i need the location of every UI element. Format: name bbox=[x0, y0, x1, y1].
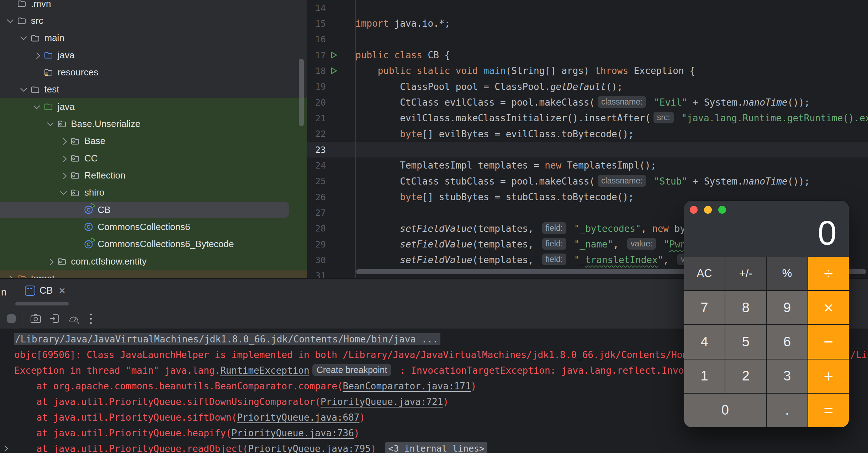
attach-icon[interactable] bbox=[49, 313, 60, 324]
chevron-right-icon[interactable] bbox=[57, 139, 70, 143]
calc-key-2[interactable]: 2 bbox=[725, 359, 766, 393]
calc-key-symbol[interactable]: − bbox=[808, 325, 849, 358]
tree-item--mvn[interactable]: .mvn bbox=[0, 0, 307, 12]
tree-item-commonscollections6-bytecode[interactable]: CCommonsCollections6_Bytecode bbox=[0, 236, 307, 253]
run-gutter-icon[interactable] bbox=[326, 66, 351, 75]
calc-key-0[interactable]: 0 bbox=[684, 394, 766, 427]
line-number[interactable]: 27 bbox=[307, 208, 326, 218]
editor-line-16[interactable]: 16 bbox=[307, 32, 868, 47]
line-number[interactable]: 31 bbox=[307, 271, 326, 278]
editor-line-23[interactable]: 23 bbox=[307, 142, 868, 158]
line-number[interactable]: 22 bbox=[307, 129, 326, 139]
calc-key-8[interactable]: 8 bbox=[725, 291, 766, 324]
chevron-right-icon[interactable] bbox=[57, 156, 70, 161]
chevron-down-icon[interactable] bbox=[57, 190, 70, 195]
chevron-down-icon[interactable] bbox=[17, 36, 30, 40]
console-stack-link[interactable]: PriorityQueue.java:721 bbox=[321, 396, 443, 407]
line-number[interactable]: 17 bbox=[307, 50, 326, 60]
create-breakpoint-button[interactable]: Create breakpoint bbox=[312, 364, 392, 376]
tree-item-cb[interactable]: CCB bbox=[0, 201, 307, 218]
line-number[interactable]: 18 bbox=[307, 66, 326, 76]
calculator-titlebar[interactable]: 0 bbox=[684, 201, 849, 257]
chevron-right-icon[interactable] bbox=[57, 173, 70, 178]
chevron-down-icon[interactable] bbox=[44, 122, 57, 126]
chevron-down-icon[interactable] bbox=[30, 105, 43, 109]
line-number[interactable]: 16 bbox=[307, 34, 326, 44]
tab-strip-scrollbar[interactable] bbox=[15, 302, 69, 305]
editor-line-25[interactable]: 25 CtClass stubClass = pool.makeClass(cl… bbox=[307, 174, 868, 189]
tree-item-src[interactable]: src bbox=[0, 12, 307, 29]
calc-key-4[interactable]: 4 bbox=[684, 325, 725, 358]
tree-item-base-unserialize[interactable]: Base.Unserialize bbox=[0, 115, 307, 132]
line-number[interactable]: 25 bbox=[307, 176, 326, 186]
line-number[interactable]: 28 bbox=[307, 223, 326, 234]
calc-key-symbol[interactable]: . bbox=[767, 394, 808, 427]
line-number[interactable]: 19 bbox=[307, 81, 326, 92]
chevron-right-icon[interactable] bbox=[30, 53, 43, 58]
editor-line-15[interactable]: 15import java.io.*; bbox=[307, 16, 868, 31]
line-number[interactable]: 24 bbox=[307, 160, 326, 171]
editor-line-19[interactable]: 19 ClassPool pool = ClassPool.getDefault… bbox=[307, 79, 868, 95]
project-tree-scrollbar[interactable] bbox=[299, 59, 304, 126]
editor-line-17[interactable]: 17public class CB { bbox=[307, 47, 868, 63]
console-stack-link[interactable]: RuntimeException bbox=[220, 365, 309, 376]
tree-item-commonscollections6[interactable]: CCommonsCollections6 bbox=[0, 218, 307, 235]
calc-key-AC[interactable]: AC bbox=[684, 257, 725, 290]
editor-line-22[interactable]: 22 byte[] evilBytes = evilClass.toByteco… bbox=[307, 126, 868, 142]
line-number[interactable]: 15 bbox=[307, 18, 326, 29]
line-number[interactable]: 23 bbox=[307, 145, 326, 155]
editor-line-14[interactable]: 14 bbox=[307, 0, 868, 16]
editor-line-18[interactable]: 18 public static void main(String[] args… bbox=[307, 63, 868, 79]
console-stack-link[interactable]: PriorityQueue.java:736 bbox=[231, 428, 354, 438]
gauge-icon[interactable] bbox=[68, 313, 80, 324]
calc-key-1[interactable]: 1 bbox=[684, 359, 725, 393]
run-gutter-icon[interactable] bbox=[326, 51, 351, 59]
calculator-window[interactable]: 0 AC+/-%÷789×456−123+0.= bbox=[684, 201, 849, 427]
run-tab-cb[interactable]: CB ✕ bbox=[25, 285, 66, 296]
editor-line-20[interactable]: 20 CtClass evilClass = pool.makeClass(cl… bbox=[307, 95, 868, 110]
calc-key-symbol[interactable]: × bbox=[808, 291, 849, 324]
tree-item-test[interactable]: test bbox=[0, 81, 307, 98]
kebab-menu-icon[interactable] bbox=[90, 312, 92, 325]
close-icon[interactable]: ✕ bbox=[59, 287, 66, 295]
window-close-button[interactable] bbox=[690, 206, 698, 214]
tree-item-shiro[interactable]: shiro bbox=[0, 184, 307, 201]
tree-item-java[interactable]: java bbox=[0, 98, 307, 115]
line-number[interactable]: 20 bbox=[307, 97, 326, 108]
console-stack-link[interactable]: PriorityQueue.java:795 bbox=[248, 443, 370, 453]
calc-key-5[interactable]: 5 bbox=[725, 325, 766, 358]
chevron-right-icon[interactable] bbox=[4, 276, 17, 278]
tree-item-resources[interactable]: resources bbox=[0, 64, 307, 81]
line-number[interactable]: 21 bbox=[307, 113, 326, 123]
line-number[interactable]: 30 bbox=[307, 255, 326, 265]
calc-key-9[interactable]: 9 bbox=[767, 291, 808, 324]
calc-key-symbol[interactable]: % bbox=[767, 257, 808, 290]
line-number[interactable]: 29 bbox=[307, 239, 326, 250]
tree-item-java[interactable]: java bbox=[0, 47, 307, 64]
fold-chevron-icon[interactable] bbox=[2, 446, 8, 452]
calc-key-symbol[interactable]: = bbox=[808, 394, 849, 427]
line-number[interactable]: 14 bbox=[307, 3, 326, 13]
console-stack-link[interactable]: PriorityQueue.java:687 bbox=[237, 412, 359, 423]
window-zoom-button[interactable] bbox=[718, 206, 726, 214]
tree-item-reflection[interactable]: Reflection bbox=[0, 167, 307, 184]
camera-icon[interactable] bbox=[30, 313, 42, 324]
window-minimize-button[interactable] bbox=[704, 206, 712, 214]
chevron-right-icon[interactable] bbox=[44, 259, 57, 264]
stop-icon[interactable] bbox=[7, 314, 16, 323]
calc-key-6[interactable]: 6 bbox=[767, 325, 808, 358]
calc-key-3[interactable]: 3 bbox=[767, 359, 808, 393]
calc-key-symbol[interactable]: +/- bbox=[725, 257, 766, 290]
tree-item-target[interactable]: target bbox=[0, 270, 307, 278]
chevron-down-icon[interactable] bbox=[17, 87, 30, 92]
tree-item-base[interactable]: Base bbox=[0, 133, 307, 150]
console-stack-link[interactable]: BeanComparator.java:171 bbox=[343, 381, 471, 391]
calc-key-symbol[interactable]: + bbox=[808, 359, 849, 393]
tree-item-com-ctfshow-entity[interactable]: com.ctfshow.entity bbox=[0, 253, 307, 270]
chevron-down-icon[interactable] bbox=[4, 18, 17, 23]
tree-item-cc[interactable]: CC bbox=[0, 150, 307, 167]
calc-key-symbol[interactable]: ÷ bbox=[808, 257, 849, 290]
editor-line-24[interactable]: 24 TemplatesImpl templates = new Templat… bbox=[307, 158, 868, 173]
tree-item-main[interactable]: main bbox=[0, 30, 307, 47]
line-number[interactable]: 26 bbox=[307, 192, 326, 202]
